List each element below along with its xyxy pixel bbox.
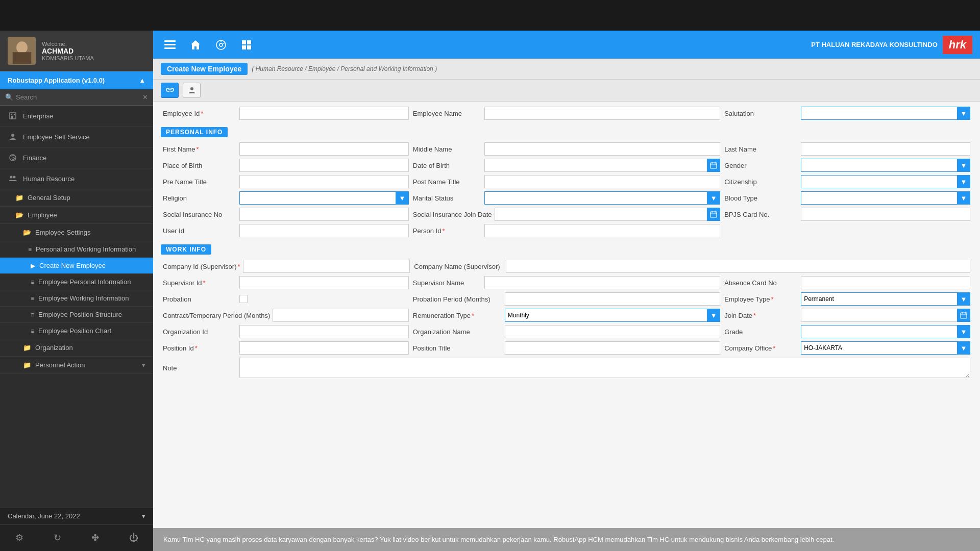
sidebar-nav: Enterprise Employee Self Service $ Finan… [0, 106, 153, 508]
tools-icon[interactable]: ✤ [89, 530, 102, 546]
date-of-birth-wrap [484, 159, 720, 172]
remuneration-type-select[interactable]: Monthly [505, 309, 720, 322]
sidebar-item-create-new-employee[interactable]: ▶ Create New Employee [0, 258, 153, 274]
marital-status-select[interactable] [484, 191, 720, 205]
bpjs-card-no-input[interactable] [801, 208, 970, 221]
power-icon[interactable]: ⏻ [127, 530, 141, 546]
row-user-person: User Id Person Id* [161, 224, 972, 237]
position-title-input[interactable] [505, 341, 720, 355]
sidebar-item-employee-label: Employee [28, 211, 57, 219]
home-icon[interactable] [186, 36, 204, 54]
org-id-input[interactable] [239, 325, 409, 338]
last-name-input[interactable] [801, 142, 970, 156]
sidebar-item-position-structure[interactable]: ≡ Employee Position Structure [0, 307, 153, 323]
folder-open-icon-2: 📂 [23, 229, 31, 236]
contract-period-input[interactable] [273, 309, 409, 322]
company-id-supervisor-input[interactable]: MHU [243, 260, 410, 273]
company-office-select-wrap: HO-JAKARTA ▼ [801, 341, 970, 355]
gender-select[interactable] [801, 159, 970, 172]
svg-point-1 [16, 41, 28, 54]
blood-type-select[interactable] [801, 191, 970, 205]
svg-rect-14 [164, 44, 176, 45]
first-name-input[interactable] [239, 142, 409, 156]
dashboard-icon[interactable] [212, 36, 230, 54]
sidebar-item-employee-working-info[interactable]: ≡ Employee Working Information [0, 290, 153, 307]
social-ins-join-date-input[interactable] [495, 208, 721, 221]
place-of-birth-input[interactable] [239, 159, 409, 172]
sidebar-item-position-chart[interactable]: ≡ Employee Position Chart [0, 323, 153, 339]
refresh-icon[interactable]: ↻ [51, 530, 64, 546]
supervisor-name-input[interactable] [484, 276, 720, 289]
middle-name-input[interactable] [484, 142, 720, 156]
join-date-calendar-icon[interactable] [957, 309, 970, 322]
row-note: Note [161, 358, 972, 378]
supervisor-id-input[interactable] [239, 276, 409, 289]
employee-type-select[interactable]: Permanent [801, 292, 970, 306]
sidebar-user-header: Welcome, ACHMAD KOMISARIS UTAMA [0, 31, 153, 71]
personal-info-section-header: PERSONAL INFO [161, 123, 972, 140]
company-name-supervisor-input[interactable]: PT HALUAN REKADAYA KONSULTINDO [506, 260, 970, 273]
grade-select[interactable] [801, 325, 970, 338]
personal-info-label: PERSONAL INFO [161, 127, 228, 137]
religion-select[interactable] [239, 191, 409, 205]
company-office-select[interactable]: HO-JAKARTA [801, 341, 970, 355]
form-content: Employee Id* Employee Name Salutation [153, 102, 980, 528]
sidebar-item-personal-working[interactable]: ≡ Personal and Working Information [0, 241, 153, 258]
sidebar-calendar[interactable]: Calendar, June 22, 2022 ▾ [0, 508, 153, 524]
link-button[interactable] [161, 83, 179, 98]
grid-icon[interactable] [237, 36, 255, 54]
search-input[interactable] [16, 93, 140, 101]
sidebar-item-organization[interactable]: 📁 Organization [0, 339, 153, 357]
sidebar-item-enterprise[interactable]: Enterprise [0, 106, 153, 127]
date-of-birth-calendar-icon[interactable] [707, 159, 720, 172]
app-title-chevron[interactable]: ▲ [139, 77, 145, 84]
sidebar-item-employee-self-service[interactable]: Employee Self Service [0, 127, 153, 147]
absence-card-no-input[interactable] [801, 276, 970, 289]
sidebar-item-employee[interactable]: 📂 Employee [0, 207, 153, 224]
social-ins-join-date-calendar-icon[interactable] [707, 208, 720, 221]
sidebar-item-personnel-action-label: Personnel Action [35, 361, 85, 369]
sidebar-item-personnel-action[interactable]: 📁 Personnel Action ▾ [0, 357, 153, 374]
svg-rect-13 [164, 40, 176, 42]
sidebar-item-create-new-employee-label: Create New Employee [39, 262, 106, 269]
user-id-label: User Id [163, 227, 239, 235]
remuneration-type-label: Remuneration Type* [413, 312, 505, 319]
list-icon-5: ≡ [31, 328, 34, 335]
sidebar-item-hr-label: Human Resource [23, 175, 75, 183]
probation-period-input[interactable] [505, 292, 720, 306]
user-name: ACHMAD [42, 47, 94, 55]
sidebar-item-employee-settings[interactable]: 📂 Employee Settings [0, 224, 153, 241]
calendar-chevron-icon: ▾ [142, 512, 145, 520]
top-nav-right: PT HALUAN REKADAYA KONSULTINDO hrk [811, 36, 972, 54]
note-textarea[interactable] [239, 358, 970, 378]
citizenship-select[interactable] [801, 175, 970, 188]
post-name-title-input[interactable] [484, 175, 720, 188]
hamburger-menu-icon[interactable] [161, 36, 179, 54]
employee-name-input[interactable] [484, 107, 720, 120]
social-ins-no-input[interactable] [239, 208, 409, 221]
blood-type-label: Blood Type [724, 194, 801, 202]
date-of-birth-input[interactable] [484, 159, 720, 172]
join-date-input[interactable]: 22-06-2022 [801, 309, 970, 322]
pre-name-title-input[interactable] [239, 175, 409, 188]
sidebar-item-general-setup[interactable]: 📁 General Setup [0, 189, 153, 207]
org-name-input[interactable] [505, 325, 720, 338]
person-button[interactable] [183, 83, 201, 98]
sidebar-item-employee-personal-info[interactable]: ≡ Employee Personal Information [0, 274, 153, 290]
sidebar-item-finance[interactable]: $ Finance [0, 147, 153, 168]
person-id-input[interactable] [484, 224, 720, 237]
settings-icon[interactable]: ⚙ [13, 530, 26, 546]
app-title[interactable]: Robustapp Application (v1.0.0) ▲ [0, 71, 153, 89]
list-icon-2: ≡ [31, 279, 34, 286]
salutation-label: Salutation [724, 110, 801, 117]
employee-id-input[interactable] [239, 107, 409, 120]
clear-search-icon[interactable]: ✕ [142, 93, 148, 101]
last-name-label: Last Name [724, 145, 801, 153]
sidebar-item-human-resource[interactable]: Human Resource [0, 168, 153, 189]
user-id-input[interactable] [239, 224, 409, 237]
probation-checkbox[interactable] [239, 295, 248, 303]
dollar-icon: $ [8, 153, 18, 163]
row-contract: Contract/Temporary Period (Months) Remun… [161, 309, 972, 322]
salutation-select[interactable] [801, 107, 970, 120]
position-id-input[interactable] [239, 341, 409, 355]
